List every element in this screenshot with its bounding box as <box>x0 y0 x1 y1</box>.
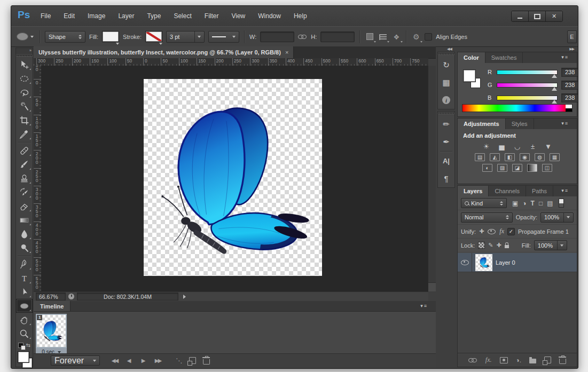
vertical-ruler[interactable]: 50050100150200250300350400450500550 <box>34 66 42 291</box>
type-tool[interactable] <box>16 271 33 285</box>
tween-icon[interactable]: ⋱ <box>176 357 182 365</box>
slider-thumb[interactable] <box>552 74 557 78</box>
tools-grip[interactable] <box>16 54 33 58</box>
lock-all-icon[interactable] <box>505 245 509 248</box>
healing-brush-tool[interactable] <box>16 144 33 157</box>
filter-kind-dropdown[interactable]: Kind <box>461 198 507 208</box>
close-button[interactable]: ✕ <box>546 11 562 21</box>
layer-mask-icon[interactable] <box>500 357 508 363</box>
filter-pixel-layers-icon[interactable]: ▣ <box>512 200 518 207</box>
threshold-icon[interactable]: ◪ <box>512 164 522 172</box>
unify-visibility-icon[interactable] <box>488 229 496 234</box>
tab-adjustments[interactable]: Adjustments <box>458 118 506 129</box>
brushes-panel-icon[interactable]: ✏ <box>438 115 454 133</box>
menu-file[interactable]: File <box>41 12 51 20</box>
slider-thumb[interactable] <box>552 87 557 91</box>
default-colors-icon[interactable] <box>18 343 23 348</box>
align-edges-checkbox[interactable] <box>425 33 432 41</box>
zoom-level-field[interactable]: 66.67% <box>36 292 66 300</box>
brush-tool[interactable] <box>16 157 33 171</box>
delete-frame-icon[interactable] <box>203 359 210 365</box>
blend-mode-dropdown[interactable]: Normal <box>461 212 513 223</box>
eraser-tool[interactable] <box>16 199 33 213</box>
selective-color-icon[interactable]: ◫ <box>542 164 552 172</box>
tab-paths[interactable]: Paths <box>526 186 553 196</box>
tools-collapse-button[interactable]: » <box>16 48 33 54</box>
drive-status-icon[interactable] <box>68 294 74 299</box>
fill-dropdown[interactable]: 100% <box>534 240 567 250</box>
foreground-color-swatch[interactable] <box>463 69 476 82</box>
tool-presets-panel-icon[interactable]: ✒ <box>438 133 454 151</box>
crop-tool[interactable] <box>16 113 33 127</box>
stroke-type-dropdown[interactable] <box>208 31 239 43</box>
photo-filter-icon[interactable]: ◉ <box>520 153 530 161</box>
character-panel-icon[interactable]: A| <box>438 152 454 170</box>
tab-swatches[interactable]: Swatches <box>485 52 523 63</box>
swap-colors-icon[interactable]: ⇆ <box>26 342 30 348</box>
move-tool[interactable] <box>16 58 33 72</box>
unify-style-icon[interactable]: fx <box>499 227 504 235</box>
blur-tool[interactable] <box>16 227 33 241</box>
lock-pixels-icon[interactable]: ✎ <box>488 242 493 249</box>
minimize-button[interactable] <box>512 11 529 21</box>
menu-filter[interactable]: Filter <box>205 12 219 20</box>
properties-panel-icon[interactable]: ▦ <box>438 74 454 91</box>
opacity-dropdown[interactable]: 100% <box>540 212 574 223</box>
menu-select[interactable]: Select <box>174 12 191 20</box>
rewind-button[interactable]: ◀◀ <box>107 356 122 366</box>
link-dimensions-icon[interactable] <box>298 34 307 39</box>
width-input[interactable] <box>260 31 294 42</box>
green-slider[interactable] <box>497 83 558 88</box>
path-arrangement-button[interactable]: ❖ <box>391 33 401 41</box>
menu-help[interactable]: Help <box>294 12 307 20</box>
new-frame-icon[interactable] <box>189 357 196 364</box>
menu-view[interactable]: View <box>231 12 245 20</box>
tab-close-icon[interactable]: × <box>285 49 288 56</box>
lasso-tool[interactable] <box>16 85 33 99</box>
geometry-options-button[interactable]: ⚙ <box>411 33 421 41</box>
timeline-menu-icon[interactable]: ≡ <box>420 303 427 308</box>
new-group-icon[interactable] <box>529 359 536 363</box>
filter-shape-layers-icon[interactable]: □ <box>539 200 543 207</box>
menu-layer[interactable]: Layer <box>118 12 134 20</box>
strip-grip[interactable] <box>438 112 454 115</box>
green-value-field[interactable]: 238 <box>561 81 578 90</box>
red-value-field[interactable]: 238 <box>561 68 578 77</box>
frame-thumbnail[interactable]: 1 <box>36 314 67 348</box>
channel-mixer-icon[interactable]: ◍ <box>535 153 545 161</box>
levels-icon[interactable]: ▅ <box>497 143 507 151</box>
tool-mode-dropdown[interactable]: Shape <box>45 31 85 43</box>
path-operations-button[interactable] <box>365 33 374 41</box>
menu-window[interactable]: Window <box>258 12 281 20</box>
document-size-field[interactable]: Doc: 802.3K/1.04M <box>77 292 178 300</box>
status-options-arrow-icon[interactable] <box>183 295 186 299</box>
black-white-icon[interactable]: ◧ <box>505 153 515 161</box>
paragraph-panel-icon[interactable]: ¶ <box>438 170 454 187</box>
curves-icon[interactable]: ◡ <box>512 143 523 151</box>
filtering-toggle[interactable] <box>559 199 564 208</box>
elliptical-marquee-tool[interactable] <box>16 72 33 85</box>
layer-row[interactable]: Layer 0 <box>458 253 577 272</box>
next-frame-button[interactable]: ▶▶ <box>151 356 165 366</box>
canvas-viewport[interactable] <box>41 66 428 291</box>
tab-layers[interactable]: Layers <box>458 186 489 196</box>
layers-panel-menu-icon[interactable]: ≡ <box>561 188 568 193</box>
invert-icon[interactable]: ◐ <box>482 164 492 172</box>
exposure-icon[interactable]: ± <box>528 143 538 151</box>
tab-timeline[interactable]: Timeline <box>34 301 70 311</box>
height-input[interactable] <box>320 31 355 42</box>
stroke-width-dropdown[interactable]: 3 pt <box>166 31 205 43</box>
slider-thumb[interactable] <box>552 100 557 104</box>
color-spectrum-ramp[interactable] <box>462 104 573 112</box>
document-tab[interactable]: Ulysses butterfly illustration, butterfl… <box>34 46 294 58</box>
foreground-color-swatch[interactable] <box>18 351 29 363</box>
tab-channels[interactable]: Channels <box>489 186 526 196</box>
hue-saturation-icon[interactable]: ▤ <box>475 153 485 161</box>
black-swatch[interactable] <box>566 108 572 112</box>
red-slider[interactable] <box>497 70 558 75</box>
delete-layer-icon[interactable] <box>559 359 566 364</box>
color-lookup-icon[interactable]: ▦ <box>550 153 560 161</box>
gradient-map-icon[interactable] <box>527 164 537 172</box>
tab-styles[interactable]: Styles <box>506 118 534 129</box>
link-layers-icon[interactable] <box>468 358 477 363</box>
